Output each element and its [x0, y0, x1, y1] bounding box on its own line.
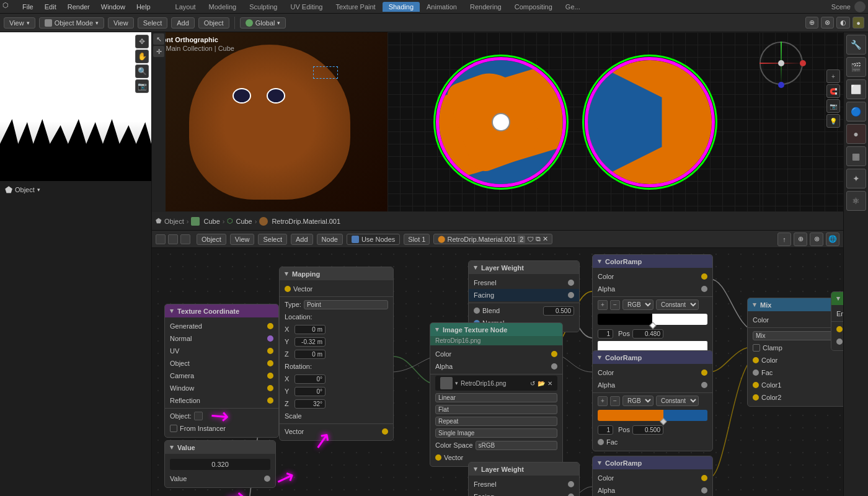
overlay-toggle[interactable]: ⊕ [805, 17, 818, 29]
tab-rendering[interactable]: Rendering [464, 2, 508, 12]
mapping-rx-val[interactable]: 0° [294, 374, 326, 384]
breadcrumb-cube2[interactable]: Cube [236, 218, 252, 225]
mix-fac-in-socket[interactable] [753, 370, 759, 376]
tab-layout[interactable]: Layout [169, 2, 202, 12]
viewport-shading[interactable]: ◐ [836, 17, 850, 29]
nav-pan-btn[interactable]: ✥ [135, 35, 149, 48]
mapping-type-select[interactable]: Point [304, 300, 388, 309]
menu-file[interactable]: File [17, 2, 38, 12]
material-panel-btn[interactable]: ● [846, 124, 866, 144]
img-new-icon[interactable]: ✕ [547, 380, 552, 387]
cr2-add-stop[interactable]: + [598, 396, 608, 406]
nav-zoom-btn[interactable]: 🔍 [135, 64, 149, 78]
render-preview-btn[interactable]: ● [852, 17, 864, 29]
add-object-btn[interactable]: + [826, 69, 840, 83]
object-mode-btn[interactable]: Object Mode ▾ [39, 17, 104, 29]
emission-collapse[interactable]: ▾ [836, 294, 840, 303]
img-reload-icon[interactable]: ↺ [530, 380, 535, 387]
nav-camera-btn[interactable]: 📷 [135, 79, 149, 93]
tc-window-socket[interactable] [267, 385, 273, 391]
cr2-fac-in-socket[interactable] [598, 439, 604, 445]
tab-uv-editing[interactable]: UV Editing [284, 2, 329, 12]
menu-window[interactable]: Window [96, 2, 130, 12]
tab-modeling[interactable]: Modeling [203, 2, 243, 12]
emission-strength-socket[interactable] [836, 339, 843, 345]
view-menu-btn[interactable]: View ▾ [4, 17, 35, 29]
lw-top-collapse[interactable]: ▾ [474, 264, 477, 272]
menu-help[interactable]: Help [131, 2, 156, 12]
img-browse-icon[interactable]: 📂 [538, 380, 545, 387]
cr2-collapse[interactable]: ▾ [598, 353, 601, 361]
menu-edit[interactable]: Edit [40, 2, 61, 12]
tc-uv-socket[interactable] [267, 348, 273, 354]
tools-panel-btn[interactable]: 🔧 [846, 35, 866, 55]
cr2-alpha-out-socket[interactable] [701, 382, 707, 388]
close-icon[interactable]: ✕ [542, 235, 548, 243]
value-display[interactable]: 0.320 [170, 459, 270, 470]
cr1-stop-num[interactable]: 1 [598, 329, 613, 339]
mapping-collapse-btn[interactable]: ▾ [285, 270, 288, 278]
cr1-add-stop[interactable]: + [598, 300, 608, 310]
object-btn[interactable]: Object [198, 17, 229, 29]
ne-object-btn[interactable]: Object [197, 234, 226, 245]
tc-generated-socket[interactable] [267, 323, 273, 329]
cr3-collapse[interactable]: ▾ [598, 459, 601, 467]
mapping-z-val[interactable]: 0 m [294, 350, 326, 359]
tc-object-field[interactable] [194, 412, 203, 420]
select-tool-btn[interactable]: ↖ [153, 33, 164, 45]
slot-selector[interactable]: Slot 1 [404, 234, 430, 245]
select-lasso-btn[interactable] [180, 234, 190, 244]
view-btn[interactable]: View [108, 17, 134, 29]
use-nodes-btn[interactable]: Use Nodes [347, 234, 400, 245]
mix-mode-select[interactable]: Mix [753, 331, 843, 340]
mapping-rz-val[interactable]: 32° [294, 399, 326, 409]
ne-view-toggle-btn[interactable]: 🌐 [826, 232, 839, 246]
mapping-vector-out-socket[interactable] [382, 428, 388, 435]
tab-animation[interactable]: Animation [420, 2, 463, 12]
select-box-btn[interactable] [156, 234, 166, 244]
ne-add-btn[interactable]: Add [291, 234, 313, 245]
lw-top-facing-socket[interactable] [568, 292, 574, 298]
user-icon[interactable] [854, 1, 866, 12]
lw-bot-fresnel-socket[interactable] [568, 481, 574, 487]
tab-compositing[interactable]: Compositing [508, 2, 559, 12]
particles-panel-btn[interactable]: ✦ [846, 169, 866, 188]
value-collapse[interactable]: ▾ [170, 443, 174, 451]
value-out-socket[interactable] [264, 476, 270, 482]
modifier-panel-btn[interactable]: 🔵 [846, 102, 866, 122]
mix-color-in-socket[interactable] [753, 357, 759, 363]
cr2-interp-select[interactable]: Constant [656, 396, 699, 406]
tc-reflection-socket[interactable] [267, 397, 273, 404]
cr2-color-out-socket[interactable] [701, 370, 707, 376]
tc-object-socket[interactable] [267, 360, 273, 366]
tc-camera-socket[interactable] [267, 373, 273, 379]
cr2-pos-val[interactable]: 0.500 [632, 425, 663, 435]
cr1-ramp-bar[interactable] [598, 314, 707, 325]
snap-btn[interactable]: 🧲 [826, 84, 840, 98]
select-circle-btn[interactable] [168, 234, 178, 244]
texture-panel-btn[interactable]: ▦ [846, 146, 866, 166]
cr1-mode-select[interactable]: RGB [622, 299, 653, 310]
ne-select-btn[interactable]: Select [258, 234, 287, 245]
img-ext-select[interactable]: Repeat [435, 417, 557, 426]
editor-type-selector[interactable]: ⬟ Object ▾ [2, 184, 149, 196]
cr2-mode-select[interactable]: RGB [622, 396, 653, 406]
cr3-color-out-socket[interactable] [701, 475, 707, 481]
cr2-ramp-bar[interactable] [598, 410, 707, 421]
ne-overlay-btn[interactable]: ⊕ [794, 232, 807, 246]
add-btn[interactable]: Add [171, 17, 195, 29]
menu-render[interactable]: Render [63, 2, 95, 12]
transform-btn[interactable]: Global ▾ [240, 17, 286, 29]
tab-shading[interactable]: Shading [383, 2, 420, 12]
physics-panel-btn[interactable]: ⚛ [846, 191, 866, 211]
cr2-remove-stop[interactable]: − [610, 396, 620, 406]
tc-collapse-btn[interactable]: ▾ [170, 307, 174, 315]
img-source-select[interactable]: Single Image [435, 428, 557, 438]
gizmo-center-dot[interactable] [778, 60, 784, 66]
cr1-pos-val[interactable]: 0.480 [632, 329, 663, 339]
mix-clamp-checkbox[interactable] [753, 344, 760, 352]
img-dropdown-icon[interactable]: ▾ [455, 380, 458, 386]
lw-bot-collapse[interactable]: ▾ [474, 465, 477, 473]
cr1-remove-stop[interactable]: − [610, 300, 620, 310]
mix-collapse[interactable]: ▾ [753, 301, 756, 309]
